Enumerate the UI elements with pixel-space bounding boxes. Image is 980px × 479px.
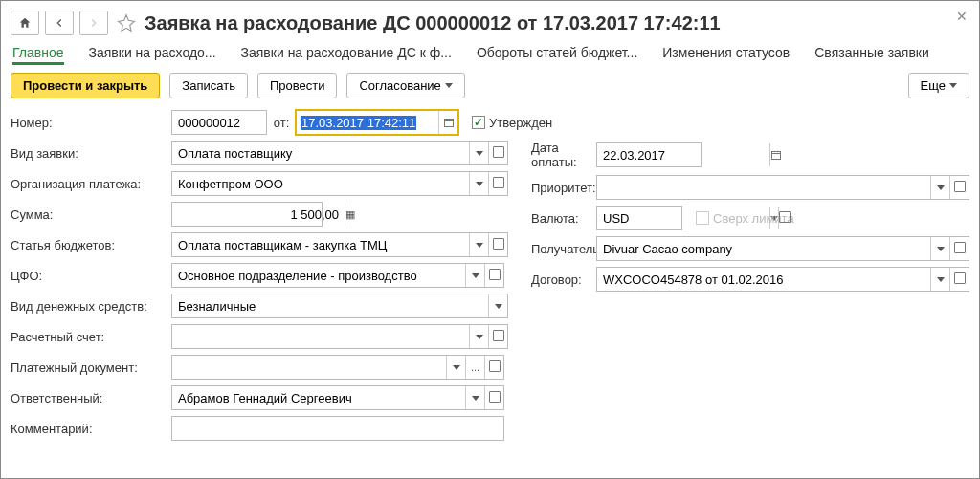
- amount-input[interactable]: [172, 207, 345, 222]
- recipient-input[interactable]: [597, 242, 930, 256]
- approved-checkbox[interactable]: ✓ Утвержден: [472, 116, 552, 130]
- svg-rect-2: [772, 152, 781, 160]
- page-title: Заявка на расходование ДС 000000012 от 1…: [145, 12, 721, 34]
- currency-field[interactable]: [596, 206, 682, 230]
- cfo-input[interactable]: [172, 269, 465, 283]
- number-field[interactable]: [171, 110, 267, 135]
- open-icon[interactable]: [484, 386, 503, 409]
- tab-apps[interactable]: Заявки на расходо...: [89, 45, 216, 65]
- home-button[interactable]: [11, 11, 39, 35]
- pay-date-input[interactable]: [597, 148, 769, 163]
- tab-turnover[interactable]: Обороты статей бюджет...: [477, 45, 637, 65]
- svg-rect-0: [444, 120, 453, 127]
- label-contract: Договор:: [518, 272, 596, 287]
- label-pay-org: Организация платежа:: [11, 177, 171, 191]
- dropdown-icon[interactable]: [930, 237, 949, 260]
- label-recipient: Получатель:: [518, 242, 596, 256]
- comment-field[interactable]: [171, 416, 504, 441]
- tab-apps-inv[interactable]: Заявки на расходование ДС к ф...: [241, 45, 452, 65]
- more-label: Еще: [921, 78, 946, 93]
- pay-date-field[interactable]: [596, 142, 702, 167]
- tab-linked[interactable]: Связанные заявки: [814, 45, 929, 65]
- dropdown-icon[interactable]: [930, 176, 949, 199]
- tab-status-changes[interactable]: Изменения статусов: [662, 45, 790, 65]
- dropdown-icon[interactable]: [469, 142, 488, 164]
- dropdown-icon[interactable]: [469, 172, 488, 195]
- open-icon[interactable]: [488, 142, 507, 164]
- label-amount: Сумма:: [11, 207, 171, 222]
- account-input[interactable]: [172, 330, 469, 344]
- calendar-icon[interactable]: [438, 111, 457, 134]
- close-icon[interactable]: ✕: [956, 9, 968, 24]
- priority-field[interactable]: [596, 175, 969, 200]
- pay-doc-field[interactable]: ...: [171, 355, 504, 380]
- label-pay-doc: Платежный документ:: [11, 360, 171, 375]
- budget-input[interactable]: [172, 238, 469, 252]
- chevron-down-icon: [949, 83, 957, 88]
- approved-label: Утвержден: [489, 116, 552, 130]
- open-icon[interactable]: [488, 325, 507, 348]
- approval-label: Согласование: [359, 78, 440, 93]
- label-from: от:: [267, 116, 296, 130]
- open-icon[interactable]: [484, 264, 503, 287]
- account-field[interactable]: [171, 324, 508, 349]
- priority-input[interactable]: [597, 181, 930, 195]
- favorite-star-icon[interactable]: [116, 12, 137, 33]
- tab-main[interactable]: Главное: [12, 45, 64, 65]
- forward-button: [79, 11, 108, 35]
- label-account: Расчетный счет:: [11, 330, 171, 344]
- label-pay-date: Дата оплаты:: [518, 141, 596, 169]
- date-input[interactable]: 17.03.2017 17:42:11: [301, 116, 416, 130]
- dropdown-icon[interactable]: [469, 325, 488, 348]
- recipient-field[interactable]: [596, 236, 969, 261]
- req-type-input[interactable]: [172, 146, 469, 161]
- open-icon[interactable]: [488, 233, 507, 256]
- approval-button[interactable]: Согласование: [346, 73, 464, 98]
- open-icon[interactable]: [949, 176, 969, 199]
- req-type-field[interactable]: [171, 141, 508, 165]
- pay-doc-input[interactable]: [172, 360, 446, 375]
- open-icon[interactable]: [484, 356, 503, 379]
- save-button[interactable]: Записать: [169, 73, 248, 98]
- calculator-icon[interactable]: ▦: [345, 203, 355, 226]
- chevron-down-icon: [445, 83, 453, 88]
- responsible-field[interactable]: [171, 385, 504, 410]
- contract-field[interactable]: [596, 267, 969, 292]
- responsible-input[interactable]: [172, 391, 465, 405]
- comment-input[interactable]: [172, 422, 503, 436]
- dropdown-icon[interactable]: [446, 356, 465, 379]
- label-responsible: Ответственный:: [11, 391, 171, 405]
- dropdown-icon[interactable]: [930, 268, 949, 291]
- label-priority: Приоритет:: [518, 181, 596, 195]
- open-icon[interactable]: [949, 237, 969, 260]
- pay-org-field[interactable]: [171, 171, 508, 196]
- post-button[interactable]: Провести: [257, 73, 338, 98]
- cfo-field[interactable]: [171, 263, 504, 288]
- amount-field[interactable]: ▦: [171, 202, 323, 227]
- ellipsis-icon[interactable]: ...: [465, 356, 484, 379]
- label-number: Номер:: [11, 116, 171, 130]
- more-button[interactable]: Еще: [908, 73, 969, 98]
- label-cfo: ЦФО:: [11, 269, 171, 283]
- back-button[interactable]: [45, 11, 74, 35]
- label-comment: Комментарий:: [11, 422, 171, 436]
- open-icon[interactable]: [488, 172, 507, 195]
- dropdown-icon[interactable]: [465, 264, 484, 287]
- pay-org-input[interactable]: [172, 177, 469, 191]
- calendar-icon[interactable]: [769, 143, 782, 166]
- label-budget: Статья бюджетов:: [11, 238, 171, 252]
- post-and-close-button[interactable]: Провести и закрыть: [11, 73, 160, 98]
- label-currency: Валюта:: [518, 211, 596, 226]
- label-cash-type: Вид денежных средств:: [11, 299, 171, 314]
- budget-field[interactable]: [171, 232, 508, 257]
- cash-type-input[interactable]: [172, 299, 488, 314]
- open-icon[interactable]: [949, 268, 969, 291]
- date-field[interactable]: 17.03.2017 17:42:11: [296, 110, 458, 135]
- dropdown-icon[interactable]: [488, 294, 507, 317]
- cash-type-field[interactable]: [171, 294, 508, 318]
- label-req-type: Вид заявки:: [11, 146, 171, 161]
- tab-bar: Главное Заявки на расходо... Заявки на р…: [11, 45, 969, 65]
- contract-input[interactable]: [597, 272, 930, 287]
- dropdown-icon[interactable]: [469, 233, 488, 256]
- dropdown-icon[interactable]: [465, 386, 484, 409]
